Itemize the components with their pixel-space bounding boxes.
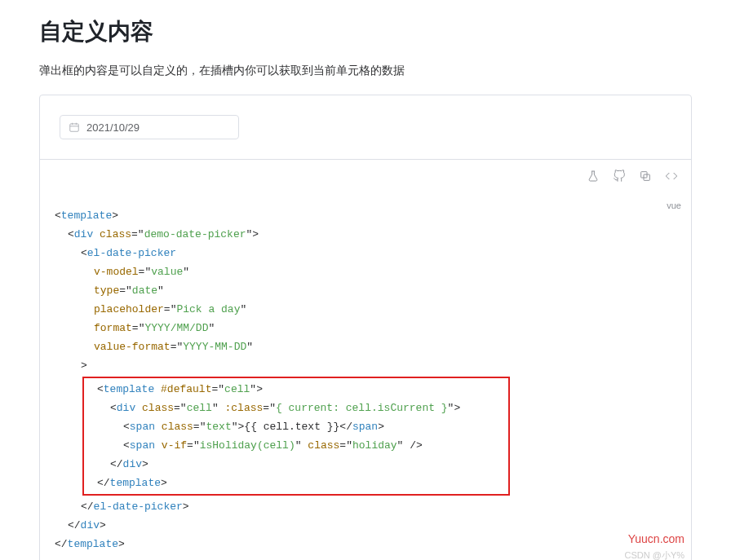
language-tag: vue [667, 196, 681, 215]
code-icon[interactable] [665, 170, 678, 183]
date-picker-input[interactable]: 2021/10/29 [60, 115, 239, 139]
demo-card: 2021/10/29 vue <template> <div class="de… [39, 95, 692, 560]
page-description: 弹出框的内容是可以自定义的，在插槽内你可以获取到当前单元格的数据 [39, 64, 692, 78]
demo-preview: 2021/10/29 [40, 95, 691, 159]
code-toolbar [40, 159, 691, 192]
page-title: 自定义内容 [39, 16, 692, 47]
watermark-author: CSDN @小Y% [624, 546, 684, 560]
flask-icon[interactable] [587, 170, 600, 183]
calendar-icon [69, 121, 80, 133]
svg-rect-0 [70, 124, 79, 131]
date-value: 2021/10/29 [86, 121, 140, 134]
copy-icon[interactable] [639, 170, 652, 183]
github-icon[interactable] [613, 170, 626, 183]
highlighted-code: <template #default="cell"> <div class="c… [82, 377, 510, 496]
code-block: vue <template> <div class="demo-date-pic… [40, 192, 691, 560]
